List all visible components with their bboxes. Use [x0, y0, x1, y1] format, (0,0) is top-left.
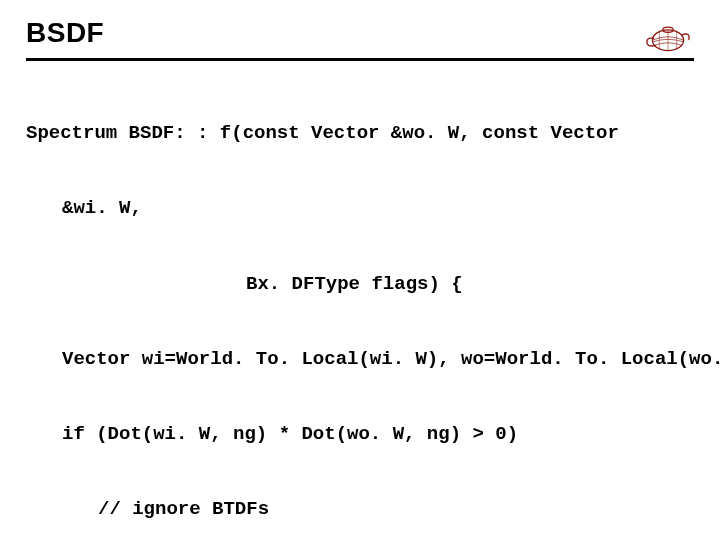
header-row: BSDF [26, 14, 694, 56]
code-line: Bx. DFType flags) { [26, 272, 694, 297]
slide-title: BSDF [26, 17, 104, 53]
code-line: Vector wi=World. To. Local(wi. W), wo=Wo… [26, 347, 694, 372]
title-divider [26, 58, 694, 61]
code-line: Spectrum BSDF: : f(const Vector &wo. W, … [26, 121, 694, 146]
code-block: Spectrum BSDF: : f(const Vector &wo. W, … [26, 71, 694, 540]
code-line: // ignore BTDFs [26, 497, 694, 522]
slide: BSDF Spectrum BSDF: : f(const Vector &wo… [0, 0, 720, 540]
code-line: if (Dot(wi. W, ng) * Dot(wo. W, ng) > 0) [26, 422, 694, 447]
teapot-icon [642, 14, 694, 56]
code-line: &wi. W, [26, 196, 694, 221]
